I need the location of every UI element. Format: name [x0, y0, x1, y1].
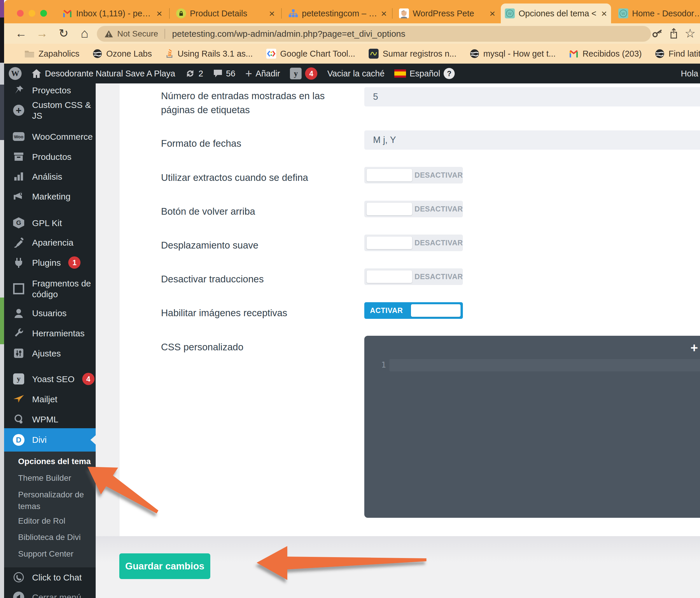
background-window-sliver [0, 0, 4, 598]
sidebar-item-divi-active[interactable]: D Divi [4, 428, 96, 452]
admin-bar-clear-cache[interactable]: Vaciar la caché [327, 69, 384, 78]
admin-bar-comments[interactable]: 56 [213, 69, 235, 78]
bookmark-recibidos[interactable]: Recibidos (203) [569, 49, 642, 59]
yoast-icon: y [290, 68, 302, 79]
posts-count-input[interactable] [364, 87, 700, 106]
sidebar-item-click-to-chat[interactable]: Click to Chat [4, 567, 96, 587]
tab-title: Inbox (1,119) - pedroc [76, 9, 153, 18]
tab-product-details[interactable]: Product Details × [172, 3, 279, 23]
tab-close-icon[interactable]: × [381, 8, 387, 18]
submenu-editor-de-rol[interactable]: Editor de Rol [18, 515, 91, 527]
admin-bar-language[interactable]: Español ? [394, 68, 455, 79]
editor-active-line [390, 359, 700, 371]
yoast-icon: y [13, 373, 25, 385]
tab-close-icon[interactable]: × [269, 8, 275, 18]
tab-close-icon[interactable]: × [601, 8, 607, 18]
minimize-window-button[interactable] [29, 10, 35, 17]
password-key-icon[interactable] [649, 25, 666, 42]
submenu-personalizador[interactable]: Personalizador de temas [18, 489, 91, 512]
bookmark-sumar-registros[interactable]: Sumar registros n... [369, 49, 456, 59]
tab-opciones-del-tema-active[interactable]: W Opciones del tema < × [501, 3, 611, 23]
sidebar-item-marketing[interactable]: Marketing [4, 186, 96, 206]
dark-app-icon [369, 49, 379, 59]
bookmarks-bar: Zapaholics Ozone Labs Using Rails 3.1 as… [4, 44, 700, 64]
submenu-biblioteca-divi[interactable]: Biblioteca de Divi [18, 531, 91, 543]
zoom-window-button[interactable] [40, 10, 47, 17]
bookmark-find-latitude[interactable]: Find latitude and l... [655, 49, 700, 59]
share-icon[interactable] [666, 25, 682, 42]
toggle-extractos[interactable]: DESACTIVAR [364, 167, 463, 183]
sidebar-item-proyectos[interactable]: Proyectos [4, 80, 96, 100]
divi-submenu: Opciones del tema Theme Builder Personal… [4, 452, 96, 567]
toggle-knob [367, 169, 412, 181]
admin-bar-site-link[interactable]: Desodorante Natural Save A Playa [31, 69, 175, 78]
toggle-imagenes-receptivas[interactable]: ACTIVAR [364, 302, 463, 319]
sidebar-item-usuarios[interactable]: Usuarios [4, 303, 96, 323]
hexagon-g-icon: G [13, 217, 25, 229]
admin-bar-new[interactable]: + Añadir [245, 68, 280, 79]
admin-bar-updates[interactable]: 2 [185, 69, 203, 78]
tab-petetesting-zone[interactable]: petetestingcom – Zon × [284, 3, 391, 23]
toggle-volver-arriba[interactable]: DESACTIVAR [364, 201, 463, 217]
sidebar-item-wpml[interactable]: WPML [4, 409, 96, 429]
brush-icon [13, 236, 25, 248]
toggle-desplazamiento[interactable]: DESACTIVAR [364, 234, 463, 251]
lock-icon [176, 8, 186, 18]
globe-icon [93, 49, 102, 58]
help-icon[interactable]: ? [444, 68, 455, 79]
toggle-traducciones[interactable]: DESACTIVAR [364, 268, 463, 285]
submenu-theme-builder[interactable]: Theme Builder [18, 472, 91, 484]
back-button[interactable]: ← [13, 25, 29, 42]
reload-button[interactable]: ↻ [55, 25, 72, 42]
tab-title: petetestingcom – Zon [302, 9, 378, 18]
sidebar-item-cerrar-menu[interactable]: Cerrar menú [4, 587, 96, 598]
tab-close-icon[interactable]: × [490, 8, 495, 18]
submenu-opciones-del-tema[interactable]: Opciones del tema [18, 456, 91, 467]
close-window-button[interactable] [17, 10, 24, 17]
tab-wordpress-pete[interactable]: WordPress Pete × [395, 3, 499, 23]
tab-close-icon[interactable]: × [156, 8, 162, 18]
pin-icon [13, 84, 25, 96]
admin-bar-yoast[interactable]: y 4 [290, 67, 317, 80]
forward-button[interactable]: → [34, 25, 50, 42]
wrench-icon [13, 327, 25, 339]
bookmark-ozone-labs[interactable]: Ozone Labs [93, 49, 152, 59]
custom-css-editor[interactable]: + 1 [364, 336, 700, 518]
sidebar-item-ajustes[interactable]: Ajustes [4, 343, 96, 363]
field-label: Utilizar extractos cuando se defina [161, 171, 359, 185]
tab-inbox[interactable]: Inbox (1,119) - pedroc × [58, 3, 166, 23]
save-changes-button[interactable]: Guardar cambios [119, 553, 210, 579]
home-button[interactable]: ⌂ [76, 25, 93, 42]
bookmark-zapaholics[interactable]: Zapaholics [25, 49, 79, 59]
sidebar-item-woocommerce[interactable]: Woo WooCommerce [4, 127, 96, 146]
security-label: Not Secure [117, 29, 158, 39]
sidebar-item-gpl-kit[interactable]: G GPL Kit [4, 213, 96, 233]
sidebar-item-yoast-seo[interactable]: y Yoast SEO 4 [4, 369, 96, 389]
sidebar-item-fragmentos[interactable]: Fragmentos de código [4, 273, 96, 305]
bookmark-google-chart[interactable]: Google Chart Tool... [266, 49, 355, 59]
sidebar-item-analisis[interactable]: Análisis [4, 167, 96, 186]
bookmark-using-rails[interactable]: Using Rails 3.1 as... [166, 49, 253, 59]
sidebar-item-apariencia[interactable]: Apariencia [4, 232, 96, 252]
date-format-input[interactable] [364, 130, 700, 150]
submenu-support-center[interactable]: Support Center [18, 548, 91, 560]
tab-home-desodorante[interactable]: W Home - Desodorante [614, 3, 700, 23]
sidebar-item-plugins[interactable]: Plugins 1 [4, 253, 96, 272]
sidebar-item-productos[interactable]: Productos [4, 147, 96, 167]
address-bar[interactable]: Not Secure petetesting.com/wp-admin/admi… [97, 26, 651, 42]
sliders-icon [13, 347, 25, 359]
divi-icon: D [13, 434, 25, 446]
globe-icon [655, 49, 665, 58]
yoast-sidebar-badge: 4 [82, 373, 95, 385]
bookmark-mysql[interactable]: mysql - How get t... [470, 49, 556, 59]
user-icon [13, 307, 25, 319]
sidebar-item-mailjet[interactable]: Mailjet [4, 389, 96, 409]
bookmark-star-icon[interactable]: ☆ [682, 25, 698, 42]
admin-bar-greeting[interactable]: Hola [681, 64, 698, 83]
url-text: petetesting.com/wp-admin/admin.php?page=… [172, 29, 405, 39]
sidebar-item-herramientas[interactable]: Herramientas [4, 323, 96, 343]
tab-title: Home - Desodorante [632, 9, 700, 18]
add-icon[interactable]: + [691, 342, 698, 354]
sidebar-item-custom-css-js[interactable]: + Custom CSS & JS [4, 100, 96, 120]
wordpress-logo-icon[interactable]: W [9, 67, 22, 80]
